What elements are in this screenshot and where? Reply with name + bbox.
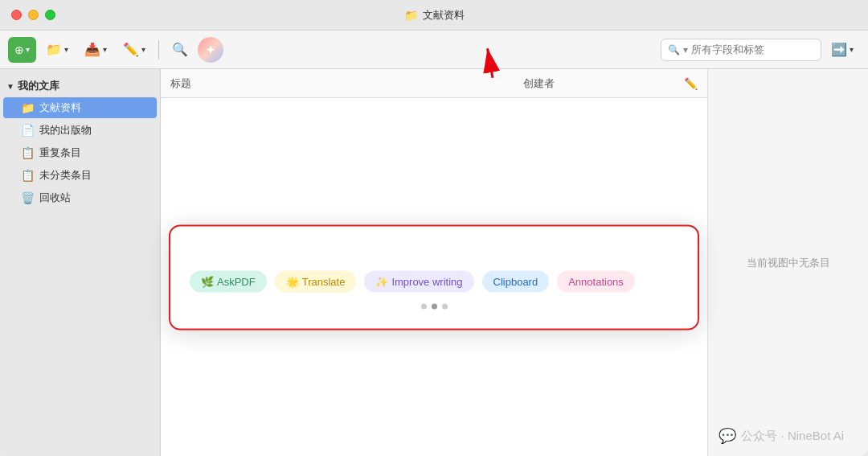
search-bar: 🔍 ▾ [661,39,821,61]
translate-icon: 🌟 [286,275,299,287]
author-column-header: 创建者 [523,76,684,91]
arrow-right-icon: ➡️ [831,42,847,57]
app-window: 📁 文献资料 ⊕ ▾ 📁 ▾ 📥 ▾ ✏️ ▾ 🔍 [0,0,868,456]
sidebar-item-publications[interactable]: 📄 我的出版物 [3,120,157,141]
ai-popup: 🌿 AskPDF 🌟 Translate ✨ Improve writing [169,224,699,330]
window-title: 📁 文献资料 [404,8,465,23]
sidebar: ▼ 我的文库 📁 文献资料 📄 我的出版物 📋 重复条目 📋 未分类条目 🗑️ [0,69,161,456]
dot-3 [442,303,448,309]
sidebar-item-duplicates[interactable]: 📋 重复条目 [3,142,157,163]
sidebar-section-label: 我的文库 [18,79,59,93]
dropdown-arrow: ▾ [64,45,68,54]
search-icon: 🔍 [668,44,680,55]
content-header: 标题 创建者 ✏️ [161,69,707,98]
magnifier-icon: 🔍 [172,42,188,57]
search-input[interactable] [691,43,812,55]
translate-chip[interactable]: 🌟 Translate [275,270,357,292]
folder-icon: 📁 [46,42,62,57]
improve-writing-label: Improve writing [391,275,462,287]
sidebar-item-duplicates-label: 重复条目 [39,146,81,160]
ai-button[interactable]: ✦ [198,37,223,63]
maximize-button[interactable] [45,10,55,20]
watermark-text: 公众号 · NineBot Ai [741,429,844,444]
window-controls [0,10,55,20]
duplicate-icon: 📋 [21,146,35,159]
right-panel: 当前视图中无条目 [707,69,868,456]
sidebar-item-uncategorized-label: 未分类条目 [39,168,92,183]
toolbar: ⊕ ▾ 📁 ▾ 📥 ▾ ✏️ ▾ 🔍 ✦ 🔍 [0,31,868,69]
titlebar: 📁 文献资料 [0,0,868,31]
dropdown-arrow: ▾ [26,45,30,54]
plus-circle-icon: ⊕ [14,43,24,56]
main-content: ▼ 我的文库 📁 文献资料 📄 我的出版物 📋 重复条目 📋 未分类条目 🗑️ [0,69,868,456]
edit-column-icon: ✏️ [684,77,698,90]
annotations-label: Annotations [568,275,624,287]
sidebar-item-literature[interactable]: 📁 文献资料 [3,97,157,118]
no-items-label: 当前视图中无条目 [747,256,830,270]
document-icon: 📄 [21,124,35,137]
folder-icon: 📁 [21,101,35,114]
title-column-header: 标题 [170,76,523,91]
add-item-button[interactable]: 📥 ▾ [78,37,113,63]
sidebar-item-publications-label: 我的出版物 [39,123,92,138]
close-button[interactable] [11,10,22,20]
folder-icon: 📁 [404,9,418,22]
ask-pdf-chip[interactable]: 🌿 AskPDF [190,270,267,292]
sidebar-item-trash[interactable]: 🗑️ 回收站 [3,187,157,208]
navigate-button[interactable]: ➡️ ▾ [825,37,860,63]
sidebar-section-my-library[interactable]: ▼ 我的文库 [0,76,160,97]
dot-1 [421,303,427,309]
clipboard-chip[interactable]: Clipboard [482,270,550,292]
locate-button[interactable]: 🔍 [166,37,194,63]
sidebar-item-trash-label: 回收站 [39,191,71,205]
ask-pdf-label: AskPDF [217,275,256,287]
sidebar-item-literature-label: 文献资料 [39,101,81,115]
content-panel: 标题 创建者 ✏️ 🌿 AskPDF 🌟 T [161,69,707,456]
content-area: 🌿 AskPDF 🌟 Translate ✨ Improve writing [161,98,707,456]
import-button[interactable]: ⊕ ▾ [8,37,36,63]
improve-writing-icon: ✨ [375,275,388,287]
pagination-dots [190,303,678,309]
dot-2 [432,303,437,309]
add-item-icon: 📥 [84,42,100,57]
annotations-chip[interactable]: Annotations [557,270,635,292]
pencil-icon: ✏️ [123,42,139,57]
ai-chips-container: 🌿 AskPDF 🌟 Translate ✨ Improve writing [190,270,678,292]
trash-icon: 🗑️ [21,191,35,204]
ask-pdf-icon: 🌿 [201,275,214,287]
translate-label: Translate [302,275,346,287]
dropdown-arrow: ▾ [103,45,107,54]
separator [158,40,159,60]
chevron-down-icon: ▼ [6,82,14,91]
dropdown-arrow: ▾ [850,45,854,54]
dropdown-arrow: ▾ [141,45,145,54]
sidebar-item-uncategorized[interactable]: 📋 未分类条目 [3,165,157,186]
ai-icon: ✦ [206,43,215,56]
watermark: 💬 公众号 · NineBot Ai [719,427,844,445]
ai-search-input[interactable] [190,243,678,256]
folder-button[interactable]: 📁 ▾ [39,37,75,63]
search-filter-label: ▾ [683,44,688,55]
improve-writing-chip[interactable]: ✨ Improve writing [364,270,473,292]
clipboard-label: Clipboard [493,275,538,287]
uncategorized-icon: 📋 [21,169,35,182]
minimize-button[interactable] [28,10,39,20]
attach-button[interactable]: ✏️ ▾ [117,37,152,63]
wechat-icon: 💬 [719,427,736,445]
